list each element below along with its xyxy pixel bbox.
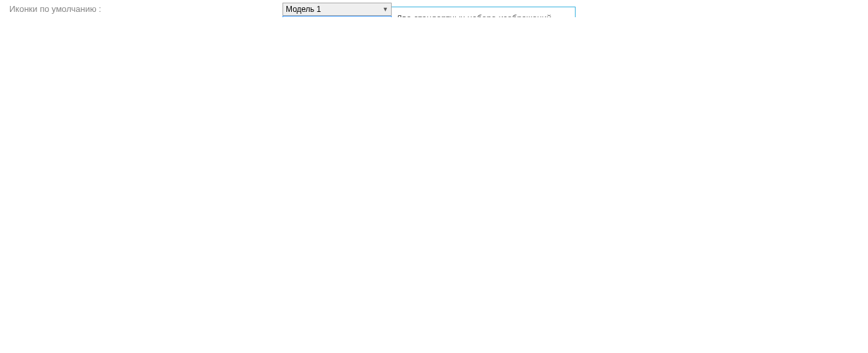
tooltip-line: Два стандартных набора изображений — [396, 13, 568, 17]
tooltip-select-info: Два стандартных набора изображений и нас… — [389, 7, 576, 17]
model-select-dropdown: Настраиваемый список Модель 1 Модель 2 — [282, 16, 392, 17]
model-select[interactable]: Модель 1 ▼ Настраиваемый список Модель 1… — [282, 3, 392, 17]
model-select-value: Модель 1 — [286, 5, 321, 14]
select-option-custom[interactable]: Настраиваемый список — [283, 17, 391, 17]
model-select-display[interactable]: Модель 1 ▼ — [282, 3, 392, 16]
chevron-down-icon: ▼ — [382, 6, 388, 13]
default-icons-label: Иконки по умолчанию : — [9, 3, 101, 14]
